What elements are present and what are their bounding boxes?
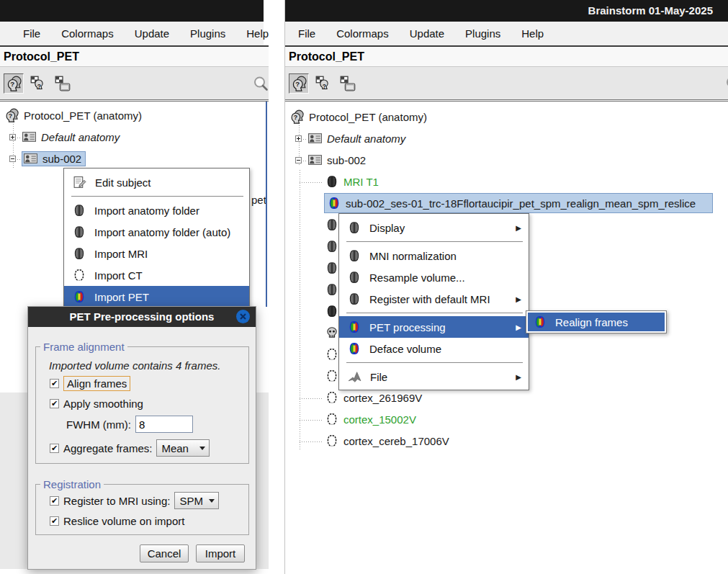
menu-item-import-ct[interactable]: Import CT xyxy=(64,264,249,286)
menu-item-file[interactable]: File ▶ xyxy=(339,366,529,387)
toolbar-conditions-button[interactable] xyxy=(28,73,48,94)
menu-item-import-mri[interactable]: Import MRI xyxy=(64,243,249,264)
tree-item-cortex-15002V[interactable]: cortex_15002V xyxy=(325,411,416,428)
tree-item-cortex-261969V[interactable]: cortex_261969V xyxy=(325,389,422,406)
menu-item-display[interactable]: Display ▶ xyxy=(339,217,529,238)
menu-item-register-default-mri[interactable]: Register with default MRI ▶ xyxy=(339,288,529,310)
tree-item-hidden[interactable] xyxy=(325,216,338,233)
tree-item-hidden[interactable] xyxy=(325,259,338,277)
registration-legend: Registration xyxy=(40,478,104,490)
menu-item-mni-normalization[interactable]: MNI normalization xyxy=(339,245,529,266)
mri-icon xyxy=(348,292,361,305)
aggregate-frames-checkbox[interactable]: ✔ xyxy=(50,444,59,453)
subject-context-menu: Edit subject Import anatomy folder Impor… xyxy=(63,168,250,310)
menu-file[interactable]: File xyxy=(298,27,315,40)
align-frames-checkbox[interactable]: ✔ xyxy=(50,379,59,388)
protocol-subjects-icon xyxy=(6,76,22,91)
menu-update[interactable]: Update xyxy=(410,27,444,40)
cortex-icon xyxy=(325,369,338,382)
register-mri-checkbox[interactable]: ✔ xyxy=(50,496,59,506)
collapse-icon[interactable] xyxy=(9,156,16,162)
mri-icon xyxy=(73,225,86,238)
menu-help[interactable]: Help xyxy=(521,27,544,40)
tree-item-cortex-cereb-17006V[interactable]: cortex_cereb_17006V xyxy=(325,432,449,449)
tree-item-default-anatomy[interactable]: Default anatomy xyxy=(9,128,120,145)
protocol-conditions-icon xyxy=(315,76,331,91)
tree-item-sub-002[interactable]: sub-002 xyxy=(9,150,86,167)
fwhm-input[interactable] xyxy=(135,416,193,433)
toolbar-functional-button[interactable] xyxy=(338,73,358,94)
subject-icon xyxy=(24,153,37,163)
menu-plugins[interactable]: Plugins xyxy=(190,27,225,40)
search-button[interactable] xyxy=(723,73,728,94)
fwhm-label: FWHM (mm): xyxy=(66,418,131,431)
close-icon xyxy=(240,313,246,320)
menu-plugins[interactable]: Plugins xyxy=(465,27,500,40)
frame-alignment-group: Frame alignment Imported volume contains… xyxy=(35,346,249,464)
toolbar-functional-button[interactable] xyxy=(53,73,73,94)
tree-item-pet-volume[interactable]: sub-002_ses-01_trc-18Fflortaucipir_pet_s… xyxy=(324,193,713,213)
tree-item-mri-t1[interactable]: MRI T1 xyxy=(325,173,379,190)
apply-smoothing-checkbox[interactable]: ✔ xyxy=(50,399,59,408)
align-frames-label: Align frames xyxy=(63,376,130,391)
menu-update[interactable]: Update xyxy=(135,27,169,40)
register-method-dropdown[interactable]: SPM xyxy=(174,492,219,509)
close-button[interactable] xyxy=(236,310,250,323)
frame-alignment-legend: Frame alignment xyxy=(40,341,127,353)
menu-colormaps[interactable]: Colormaps xyxy=(336,27,389,40)
submenu-arrow-icon: ▶ xyxy=(516,224,521,232)
collapse-icon[interactable] xyxy=(295,157,302,163)
mri-icon xyxy=(325,305,338,318)
tree-item-hidden[interactable] xyxy=(325,302,338,320)
menu-item-import-anatomy-folder-auto[interactable]: Import anatomy folder (auto) xyxy=(64,221,249,243)
tree-item-default-anatomy[interactable]: Default anatomy xyxy=(295,130,405,147)
menu-help[interactable]: Help xyxy=(246,27,269,40)
aggregate-dropdown[interactable]: Mean xyxy=(156,439,210,457)
cancel-button[interactable]: Cancel xyxy=(140,544,189,562)
protocol-header: Protocol_PET xyxy=(285,45,728,67)
menu-item-import-pet[interactable]: Import PET xyxy=(64,286,249,308)
reslice-checkbox[interactable]: ✔ xyxy=(50,516,59,526)
toolbar-conditions-button[interactable] xyxy=(313,73,333,94)
tree-root[interactable]: Protocol_PET (anatomy) xyxy=(4,107,142,124)
tree-item-sub-002[interactable]: sub-002 xyxy=(295,151,366,169)
submenu-arrow-icon: ▶ xyxy=(516,373,521,381)
tree-item-hidden[interactable] xyxy=(325,346,338,363)
toolbar-subjects-button[interactable] xyxy=(289,73,309,94)
expand-icon[interactable] xyxy=(9,134,16,140)
subject-icon xyxy=(308,155,322,165)
tree-item-hidden[interactable] xyxy=(325,367,338,385)
skull-icon xyxy=(325,326,338,339)
tree-item-hidden[interactable] xyxy=(325,281,338,298)
mri-icon xyxy=(325,175,338,188)
tree-root[interactable]: Protocol_PET (anatomy) xyxy=(289,108,427,125)
import-button[interactable]: Import xyxy=(196,544,245,562)
edit-icon xyxy=(73,176,86,189)
menu-item-import-anatomy-folder[interactable]: Import anatomy folder xyxy=(64,199,249,221)
menu-separator xyxy=(346,313,523,313)
protocol-icon xyxy=(4,108,19,122)
search-button[interactable] xyxy=(251,73,271,94)
tree-item-hidden[interactable] xyxy=(325,324,338,341)
pet-icon xyxy=(348,320,361,333)
protocol-conditions-icon xyxy=(30,76,46,91)
menu-colormaps[interactable]: Colormaps xyxy=(61,27,114,40)
menu-item-pet-processing[interactable]: PET processing ▶ xyxy=(339,316,529,338)
expand-icon[interactable] xyxy=(295,135,302,142)
cortex-icon xyxy=(325,434,338,447)
mri-icon xyxy=(73,204,86,217)
protocol-subjects-icon xyxy=(291,76,307,91)
cortex-icon xyxy=(325,413,338,426)
menu-file[interactable]: File xyxy=(23,27,40,40)
toolbar-subjects-button[interactable] xyxy=(4,73,24,94)
menu-item-edit-subject[interactable]: Edit subject xyxy=(64,171,249,193)
menu-item-resample-volume[interactable]: Resample volume... xyxy=(339,266,529,288)
menu-separator xyxy=(346,241,523,242)
window-title: Brainstorm 01-May-2025 xyxy=(285,0,728,22)
menu-item-deface-volume[interactable]: Deface volume xyxy=(339,338,529,359)
pet-icon xyxy=(348,342,361,355)
tree-item-hidden[interactable] xyxy=(325,238,338,255)
left-toolbar xyxy=(0,67,269,100)
menu-item-realign-frames[interactable]: Realign frames xyxy=(528,313,665,331)
matlab-icon xyxy=(348,371,361,383)
